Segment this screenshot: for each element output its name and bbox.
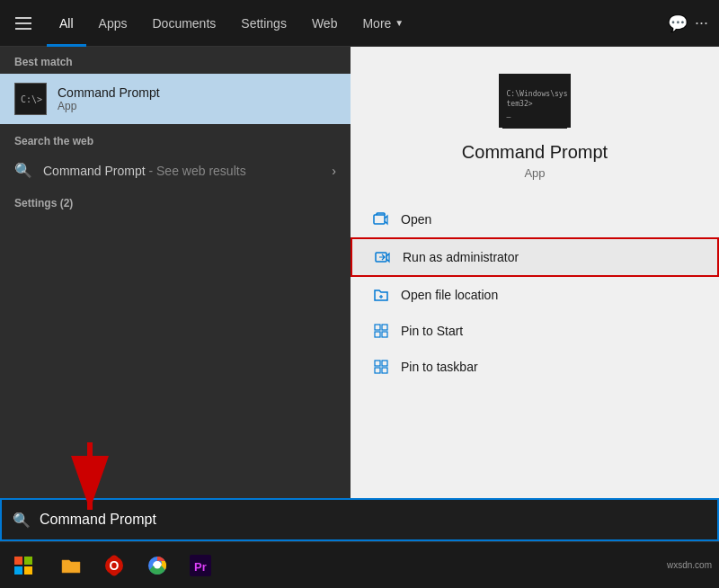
left-panel: Best match C:\> Command Prompt App Searc…: [0, 47, 351, 541]
action-open[interactable]: Open: [351, 201, 719, 237]
svg-text:C:\Windows\sys: C:\Windows\sys: [507, 89, 568, 98]
svg-rect-1: [15, 22, 31, 24]
nav-right-icons: 💬 ···: [668, 13, 719, 33]
web-search-label: Search the web: [0, 126, 351, 153]
action-run-as-admin[interactable]: Run as administrator: [351, 237, 719, 277]
svg-rect-0: [15, 17, 31, 19]
svg-rect-11: [374, 215, 385, 224]
svg-text:tem32>: tem32>: [507, 99, 533, 108]
best-match-label: Best match: [0, 47, 351, 74]
svg-rect-17: [375, 332, 380, 337]
svg-rect-15: [375, 325, 380, 330]
svg-rect-19: [375, 361, 380, 366]
folder-icon: [372, 286, 390, 304]
action-pin-to-taskbar[interactable]: Pin to taskbar: [351, 349, 719, 385]
svg-text:O: O: [110, 558, 120, 573]
chevron-down-icon: ▼: [395, 18, 404, 28]
app-subtitle: App: [524, 166, 545, 180]
open-icon: [372, 210, 390, 228]
app-title: Command Prompt: [462, 142, 608, 163]
action-open-file-location[interactable]: Open file location: [351, 277, 719, 313]
pin-taskbar-icon: [372, 358, 390, 376]
svg-rect-18: [382, 332, 387, 337]
svg-text:Pr: Pr: [194, 560, 207, 574]
more-options-icon[interactable]: ···: [695, 13, 708, 32]
svg-text:_: _: [507, 109, 511, 118]
taskbar-premiere[interactable]: Pr: [180, 542, 221, 589]
svg-rect-24: [24, 557, 32, 565]
taskbar-opera[interactable]: O: [93, 542, 135, 589]
search-icon: 🔍: [14, 162, 32, 179]
svg-point-33: [155, 562, 161, 568]
start-button[interactable]: [0, 542, 47, 589]
nav-tabs: All Apps Documents Settings Web More ▼ 💬…: [0, 0, 719, 47]
tab-settings[interactable]: Settings: [228, 0, 299, 47]
tab-web[interactable]: Web: [299, 0, 351, 47]
settings-section-label: Settings (2): [0, 188, 351, 215]
tab-documents[interactable]: Documents: [139, 0, 228, 47]
right-panel: C:\Windows\sys tem32> _ Command Prompt A…: [351, 47, 719, 541]
svg-rect-20: [382, 361, 387, 366]
cmd-icon: C:\>: [14, 83, 47, 115]
action-pin-to-start[interactable]: Pin to Start: [351, 313, 719, 349]
pin-start-icon: [372, 322, 390, 340]
action-list: Open Run as administrator: [351, 201, 719, 385]
admin-icon: [374, 248, 392, 266]
svg-rect-25: [14, 566, 22, 575]
svg-rect-2: [15, 28, 31, 30]
svg-rect-16: [382, 325, 387, 330]
svg-text:C:\>: C:\>: [21, 94, 42, 104]
taskbar: O Pr wxsdn.com: [0, 541, 719, 588]
chevron-right-icon: ›: [332, 164, 336, 178]
taskbar-watermark: wxsdn.com: [667, 560, 719, 570]
svg-rect-22: [382, 368, 387, 373]
svg-rect-21: [375, 368, 380, 373]
app-icon-large: C:\Windows\sys tem32> _: [499, 74, 571, 128]
web-search-text: Command Prompt - See web results: [43, 164, 246, 178]
search-bar-icon: 🔍: [13, 512, 31, 529]
taskbar-file-explorer[interactable]: [50, 542, 92, 589]
hamburger-button[interactable]: [0, 0, 47, 47]
tab-more[interactable]: More ▼: [350, 0, 416, 47]
feedback-icon[interactable]: 💬: [668, 13, 688, 33]
taskbar-chrome[interactable]: [137, 542, 178, 589]
taskbar-icons: O Pr: [50, 542, 221, 589]
arrow-annotation: [54, 442, 126, 532]
svg-rect-26: [24, 566, 32, 575]
svg-rect-23: [14, 557, 22, 565]
tab-apps[interactable]: Apps: [86, 0, 140, 47]
command-prompt-result[interactable]: C:\> Command Prompt App: [0, 74, 351, 124]
web-search-item[interactable]: 🔍 Command Prompt - See web results ›: [0, 153, 351, 188]
tab-all[interactable]: All: [47, 0, 86, 47]
